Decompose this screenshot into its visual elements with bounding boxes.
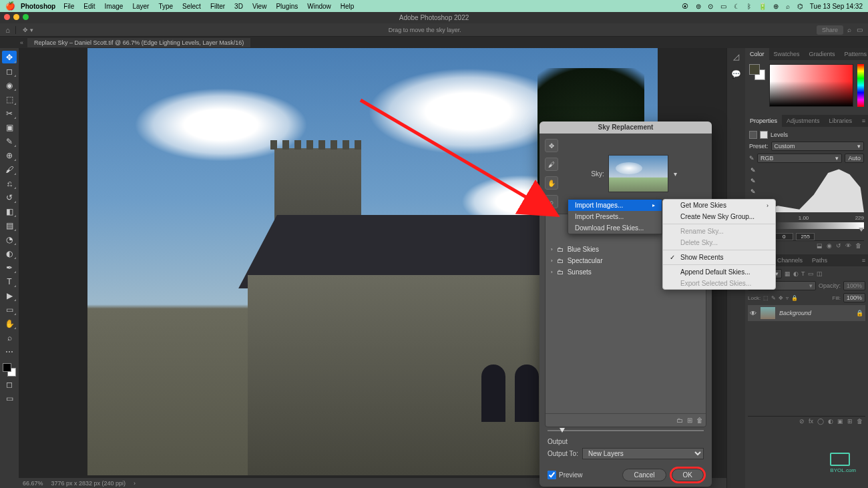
fg-bg-swatch[interactable] (3, 363, 16, 377)
eyedropper-icon[interactable]: ✎ (749, 155, 754, 162)
toggle-visibility-icon[interactable]: 👁 (845, 242, 851, 249)
sky-zoom-tool[interactable]: ⌕ (545, 195, 558, 208)
bluetooth-icon[interactable]: ᛒ (747, 3, 751, 10)
menu-layer[interactable]: Layer (132, 3, 149, 10)
black-point-eyedropper-icon[interactable]: ✎ (750, 167, 756, 174)
stamp-tool[interactable]: ⎌ (2, 177, 17, 190)
lock-icon[interactable]: 🔒 (791, 295, 798, 301)
color-spectrum[interactable] (769, 64, 853, 107)
menu-image[interactable]: Image (105, 3, 124, 10)
view-previous-icon[interactable]: ◉ (827, 242, 832, 249)
app-name-menu[interactable]: Photoshop (21, 3, 55, 10)
zoom-tool[interactable]: ⌕ (2, 331, 17, 344)
layer-mask-icon-btn[interactable]: ◯ (817, 418, 824, 425)
ctx-append-default[interactable]: Append Default Skies... (663, 266, 775, 278)
dodge-tool[interactable]: ◐ (2, 247, 17, 260)
layer-lock-icon[interactable]: 🔒 (856, 310, 863, 316)
zoom-level[interactable]: 66.67% (23, 480, 43, 487)
layer-filter-icons[interactable]: ▦◐T▭◫ (785, 270, 823, 277)
frame-tool[interactable]: ▣ (2, 121, 17, 134)
canvas-close-icon[interactable]: « (20, 39, 23, 46)
ctx-new-sky-group[interactable]: Create New Sky Group... (663, 211, 775, 222)
delete-preset-icon[interactable]: 🗑 (696, 417, 703, 424)
crop-tool[interactable]: ✂ (2, 107, 17, 119)
marquee-tool[interactable]: ◻ (2, 65, 17, 77)
type-tool[interactable]: T (2, 275, 17, 288)
gradient-tool[interactable]: ▤ (2, 219, 17, 232)
tab-color[interactable]: Color (745, 48, 769, 60)
spotlight-icon[interactable]: ⌕ (786, 3, 790, 10)
highlight-input-value[interactable]: 229 (855, 215, 864, 221)
window-close-button[interactable] (4, 14, 10, 20)
layer-style-icon[interactable]: fx (809, 418, 813, 425)
auto-button[interactable]: Auto (845, 154, 864, 163)
edit-toolbar[interactable]: ⋯ (2, 345, 17, 358)
preset-dropdown[interactable]: Custom▾ (771, 142, 864, 151)
layer-thumbnail[interactable] (761, 307, 775, 319)
document-tab[interactable]: Replace Sky – Daniel Scott.tif @ 66.7% (… (27, 38, 250, 47)
sky-dropdown-icon[interactable]: ▾ (672, 170, 679, 178)
home-button[interactable]: ⌂ (0, 26, 16, 34)
menu-select[interactable]: Select (182, 3, 201, 10)
lock-pixels-icon[interactable]: ✎ (771, 295, 776, 301)
reset-icon[interactable]: ↺ (836, 242, 841, 249)
eyedropper-tool[interactable]: ✎ (2, 135, 17, 148)
lasso-tool[interactable]: ◉ (2, 79, 17, 91)
ctx-get-more-skies[interactable]: Get More Skies› (663, 200, 775, 211)
delete-adjustment-icon[interactable]: 🗑 (855, 242, 861, 249)
panel-icon-2[interactable]: 💬 (731, 69, 741, 79)
brush-tool[interactable]: 🖌 (2, 163, 17, 176)
midtone-input-value[interactable]: 1.00 (799, 215, 809, 221)
control-center-icon[interactable]: ⌬ (797, 3, 803, 10)
record-icon[interactable]: ⦿ (682, 3, 688, 10)
layer-row-background[interactable]: 👁 Background 🔒 (748, 305, 865, 321)
quickmask-tool[interactable]: ◻ (2, 378, 17, 391)
cancel-button[interactable]: Cancel (622, 469, 666, 481)
move-tool[interactable]: ✥ (2, 51, 17, 63)
sky-move-tool[interactable]: ✥ (545, 139, 558, 152)
panel-icon-1[interactable]: ◿ (733, 52, 739, 61)
lock-all-icon[interactable]: ⬚ (763, 295, 769, 301)
pen-tool[interactable]: ✒ (2, 261, 17, 274)
new-preset-folder-icon[interactable]: 🗀 (676, 417, 683, 424)
sky-brush-tool[interactable]: 🖌 (545, 158, 558, 171)
tab-adjustments[interactable]: Adjustments (782, 115, 825, 127)
fill-value[interactable]: 100% (843, 293, 865, 302)
menu-edit[interactable]: Edit (83, 3, 95, 10)
blur-tool[interactable]: ◔ (2, 233, 17, 246)
tab-swatches[interactable]: Swatches (769, 48, 805, 60)
current-tool-icon[interactable]: ✥ ▾ (23, 27, 33, 33)
sync-icon[interactable]: ⊚ (696, 3, 701, 10)
tab-paths[interactable]: Paths (807, 254, 832, 266)
opacity-value[interactable]: 100% (843, 281, 865, 290)
menu-filter[interactable]: Filter (210, 3, 225, 10)
battery-icon[interactable]: 🔋 (758, 3, 767, 10)
menu-window[interactable]: Window (307, 3, 331, 10)
preset-size-slider[interactable] (548, 430, 704, 431)
white-point-eyedropper-icon[interactable]: ✎ (750, 188, 756, 195)
layer-visibility-icon[interactable]: 👁 (750, 310, 756, 317)
status-disclosure-icon[interactable]: › (134, 480, 136, 487)
play-icon[interactable]: ⊙ (708, 3, 713, 10)
flyout-import-images[interactable]: Import Images...▸ (568, 200, 662, 211)
gray-point-eyedropper-icon[interactable]: ✎ (750, 178, 756, 184)
tv-icon[interactable]: ▭ (720, 3, 726, 10)
menu-type[interactable]: Type (158, 3, 173, 10)
screenmode-tool[interactable]: ▭ (2, 392, 17, 405)
color-fgbg-swatch[interactable] (749, 64, 765, 111)
object-select-tool[interactable]: ⬚ (2, 93, 17, 105)
menu-view[interactable]: View (252, 3, 267, 10)
new-group-icon[interactable]: ▣ (837, 418, 843, 425)
flyout-download-free-skies[interactable]: Download Free Skies... (568, 222, 662, 234)
preview-checkbox[interactable]: Preview (548, 471, 583, 479)
moon-icon[interactable]: ☾ (734, 3, 740, 10)
menu-file[interactable]: File (63, 3, 74, 10)
channel-dropdown[interactable]: RGB▾ (757, 154, 842, 163)
adjustment-layer-icon[interactable]: ◐ (828, 418, 833, 425)
properties-panel-menu-icon[interactable]: ≡ (859, 117, 868, 124)
history-brush-tool[interactable]: ↺ (2, 191, 17, 204)
window-zoom-button[interactable] (23, 14, 29, 20)
link-layers-icon[interactable]: ⊘ (799, 418, 805, 425)
output-to-dropdown[interactable]: New Layers (582, 448, 704, 459)
sky-preset-thumbnail[interactable] (608, 155, 668, 192)
